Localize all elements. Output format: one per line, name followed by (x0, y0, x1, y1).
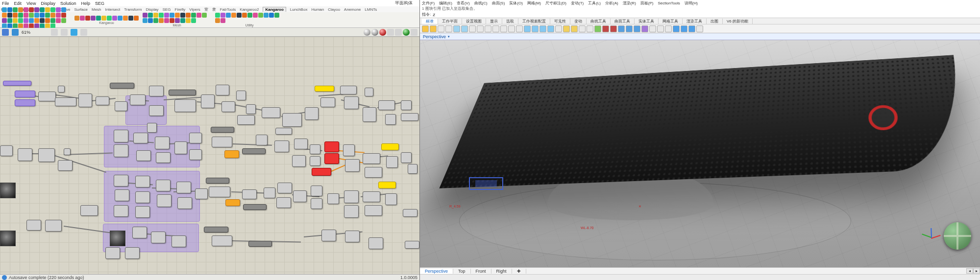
gh-menu-display[interactable]: Display (41, 1, 55, 6)
ribbon-tool-icon[interactable] (191, 13, 196, 18)
scroll-left-icon[interactable]: ◂ (966, 268, 973, 274)
rh-tool-icon[interactable] (445, 25, 452, 32)
gh-component[interactable] (340, 86, 357, 94)
rh-tool-icon[interactable] (477, 25, 484, 32)
gh-component[interactable] (110, 83, 134, 89)
gh-component[interactable] (125, 247, 140, 259)
rh-menu-item[interactable]: 文件(F) (422, 0, 435, 6)
ribbon-tool-icon[interactable] (170, 18, 174, 23)
ribbon-tool-icon[interactable] (237, 13, 242, 18)
gh-component[interactable] (114, 130, 128, 142)
ribbon-tool-icon[interactable] (61, 18, 66, 23)
ribbon-tool-icon[interactable] (24, 13, 28, 18)
gh-component[interactable] (78, 93, 92, 107)
gh-component[interactable] (403, 209, 417, 217)
ribbon-tool-icon[interactable] (269, 13, 274, 18)
gh-component[interactable] (176, 182, 191, 193)
gh-component[interactable] (305, 107, 318, 120)
gh-component[interactable] (276, 197, 291, 208)
gh-component[interactable] (344, 205, 359, 218)
gh-component[interactable] (156, 152, 171, 163)
rh-tool-icon[interactable] (547, 25, 554, 32)
preview-off-icon[interactable] (364, 29, 370, 36)
rh-tool-icon[interactable] (657, 25, 664, 32)
rh-tool-icon[interactable] (539, 25, 546, 32)
gh-component[interactable] (212, 137, 232, 147)
ribbon-tool-icon[interactable] (40, 18, 45, 23)
ribbon-tool-icon[interactable] (128, 16, 133, 21)
gh-component[interactable] (0, 145, 13, 156)
ribbon-tool-icon[interactable] (61, 7, 66, 12)
ribbon-tool-icon[interactable] (24, 18, 28, 23)
preview-shaded-icon[interactable] (379, 29, 386, 36)
rh-toolbar-tab[interactable]: 标准 (422, 19, 438, 24)
gh-component[interactable] (365, 167, 382, 178)
rh-tool-icon[interactable] (618, 25, 625, 32)
gh-component[interactable] (327, 193, 339, 204)
gh-component[interactable] (386, 156, 398, 168)
gh-component[interactable] (169, 90, 196, 95)
gh-menu-file[interactable]: File (2, 1, 9, 6)
gh-component[interactable] (243, 204, 267, 210)
rh-command-line[interactable]: 指令: (420, 12, 980, 18)
rh-tool-icon[interactable] (524, 25, 531, 32)
gh-component[interactable] (312, 168, 331, 176)
ribbon-tool-icon[interactable] (29, 18, 34, 23)
ribbon-tool-icon[interactable] (186, 18, 191, 23)
gh-component[interactable] (155, 137, 170, 149)
ribbon-tool-icon[interactable] (153, 18, 158, 23)
gh-component[interactable] (189, 133, 202, 143)
gh-component[interactable] (256, 135, 268, 145)
gh-component[interactable] (343, 144, 355, 156)
gh-component[interactable] (378, 100, 395, 110)
ribbon-tool-icon[interactable] (175, 13, 180, 18)
ribbon-tool-icon[interactable] (18, 18, 23, 23)
image-sampler-thumbnail[interactable] (0, 183, 16, 198)
rh-tool-icon[interactable] (626, 25, 633, 32)
gh-component[interactable] (105, 247, 120, 259)
ribbon-tool-icon[interactable] (96, 16, 101, 21)
gh-component[interactable] (58, 86, 65, 93)
gh-component[interactable] (408, 164, 417, 174)
gh-component[interactable] (236, 91, 246, 100)
gh-component[interactable] (401, 152, 412, 163)
gh-component[interactable] (26, 220, 41, 231)
gh-component[interactable] (345, 231, 360, 242)
gh-component[interactable] (38, 148, 55, 162)
gh-component[interactable] (320, 97, 335, 107)
gh-tab-隶[interactable]: 隶 (212, 7, 216, 12)
gh-tab-anemone[interactable]: Anemone (344, 7, 361, 12)
image-sampler-thumbnail[interactable] (0, 231, 16, 246)
gh-component[interactable] (246, 104, 256, 114)
gh-component[interactable] (115, 189, 129, 201)
rh-tool-icon[interactable] (500, 25, 507, 32)
gh-component[interactable] (242, 189, 257, 199)
gh-component[interactable] (277, 183, 292, 193)
rh-tool-icon[interactable] (641, 25, 648, 32)
gh-component[interactable] (310, 144, 320, 154)
gh-component[interactable] (311, 186, 322, 196)
ribbon-tool-icon[interactable] (50, 18, 55, 23)
gh-component[interactable] (115, 101, 127, 111)
rh-menu-item[interactable]: 网格(M) (527, 0, 541, 6)
ribbon-tool-icon[interactable] (123, 16, 128, 21)
ribbon-tool-icon[interactable] (56, 13, 61, 18)
gh-component[interactable] (195, 188, 208, 199)
gh-component[interactable] (216, 85, 229, 95)
gh-tab-kangaroo[interactable]: Kangaroo (263, 7, 286, 12)
viewport-title-bar[interactable]: Perspective ▾ (420, 33, 980, 40)
ribbon-tool-icon[interactable] (164, 13, 169, 18)
rh-menu-item[interactable]: 编辑(E) (439, 0, 452, 6)
ribbon-tool-icon[interactable] (74, 16, 79, 21)
gh-component[interactable] (157, 194, 172, 207)
ribbon-tool-icon[interactable] (196, 13, 201, 18)
gh-component[interactable] (174, 141, 187, 154)
ribbon-tool-icon[interactable] (134, 16, 139, 21)
gh-component[interactable] (221, 101, 235, 112)
gh-component[interactable] (310, 156, 320, 166)
gh-component[interactable] (58, 160, 73, 171)
gh-component[interactable] (18, 148, 32, 161)
gh-component[interactable] (405, 241, 419, 249)
ribbon-tool-icon[interactable] (85, 16, 90, 21)
ribbon-tool-icon[interactable] (34, 13, 39, 18)
